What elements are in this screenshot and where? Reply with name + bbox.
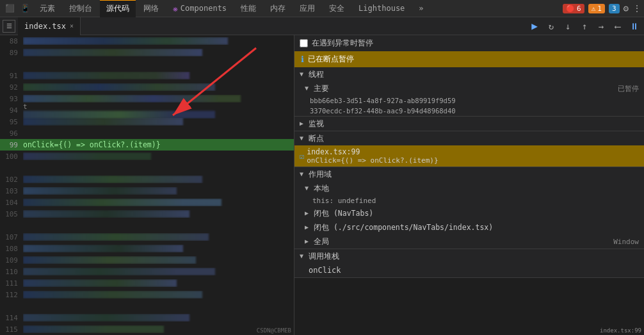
- resume-button[interactable]: ▶: [527, 19, 542, 33]
- tab-performance-label: 性能: [241, 3, 256, 14]
- tab-components[interactable]: ❋ Components: [166, 0, 233, 17]
- scope-triangle: [300, 170, 307, 178]
- file-tab-close-button[interactable]: ×: [70, 22, 74, 29]
- code-line-101: [0, 162, 294, 174]
- breakpoint-checkbox-icon: ☑: [300, 152, 304, 161]
- step-over-button[interactable]: ↻: [544, 19, 558, 33]
- scope-label: 作用域: [309, 170, 332, 179]
- tab-elements-label: 元素: [40, 3, 55, 14]
- code-line-104: 104: [0, 197, 294, 208]
- threads-triangle: [300, 70, 307, 78]
- step-button[interactable]: →: [594, 19, 608, 33]
- code-line-106: [0, 220, 294, 231]
- code-line-113: [0, 300, 294, 312]
- local-scope-row[interactable]: 本地: [294, 181, 644, 195]
- deactivate-breakpoints-button[interactable]: ⟵: [611, 19, 625, 33]
- more-options-icon[interactable]: ⋮: [632, 3, 641, 13]
- paused-banner: ℹ 已在断点暂停: [294, 51, 644, 67]
- error-count: 6: [577, 4, 581, 13]
- watch-triangle: [300, 120, 307, 127]
- pause-on-exception-label: 在遇到异常时暂停: [312, 38, 373, 49]
- topbar-right: 🔴 6 ⚠ 1 3 ⚙ ⋮: [563, 3, 641, 13]
- global-triangle: [305, 238, 312, 245]
- closure1-row[interactable]: 闭包 (NavTabs): [294, 206, 644, 220]
- code-line-95: 95: [0, 116, 294, 127]
- breakpoints-triangle: [300, 135, 307, 142]
- code-line-90: [0, 58, 294, 70]
- breakpoints-section: 断点 ☑ index.tsx:99 onClick={() => onClick…: [294, 131, 644, 167]
- breakpoint-file-label: index.tsx:99: [307, 147, 438, 156]
- sidebar-toggle-button[interactable]: ☰: [3, 20, 15, 33]
- tab-lighthouse-label: Lighthouse: [358, 4, 405, 13]
- callstack-triangle: [300, 252, 307, 260]
- code-line-112: 112: [0, 289, 294, 300]
- pause-button[interactable]: ⏸: [627, 19, 641, 33]
- tab-network-label: 网络: [143, 3, 159, 14]
- info-icon: ℹ: [301, 54, 304, 64]
- main-area: 88 89 91: [0, 35, 644, 335]
- warning-icon: ⚠: [592, 4, 596, 13]
- settings-icon[interactable]: ⚙: [624, 3, 629, 13]
- tab-lighthouse[interactable]: Lighthouse: [352, 0, 411, 17]
- code-line-114: 114: [0, 312, 294, 323]
- error-icon: 🔴: [566, 4, 575, 13]
- thread2-id: 3370ecdc-bf32-448b-aac9-b94d48968d40: [294, 106, 644, 116]
- callstack-header[interactable]: 调用堆栈: [294, 249, 644, 263]
- step-into-button[interactable]: ↓: [561, 19, 575, 33]
- this-value: this: undefined: [294, 195, 644, 206]
- tab-more[interactable]: »: [412, 0, 430, 17]
- tab-sources[interactable]: 源代码: [100, 0, 136, 17]
- breakpoint-item[interactable]: ☑ index.tsx:99 onClick={() => onClick?.(…: [294, 145, 644, 167]
- tab-memory[interactable]: 内存: [264, 0, 292, 17]
- device-toggle-icon[interactable]: 📱: [18, 1, 32, 15]
- callstack-item-label: onClick: [309, 266, 341, 275]
- threads-header[interactable]: 线程: [294, 67, 644, 81]
- info-count: 3: [612, 4, 616, 13]
- sidebar-toggle-icon[interactable]: ⬛: [3, 1, 17, 15]
- pause-on-exception-row[interactable]: 在遇到异常时暂停: [294, 35, 644, 51]
- file-tabbar: ☰ index.tsx × ▶ ↻ ↓ ↑ → ⟵ ⏸: [0, 17, 644, 35]
- tab-elements[interactable]: 元素: [33, 0, 61, 17]
- local-label: 本地: [314, 184, 329, 193]
- top-tabbar: ⬛ 📱 元素 控制台 源代码 网络 ❋ Components 性能 内存 应用 …: [0, 0, 644, 17]
- tab-memory-label: 内存: [270, 3, 286, 14]
- watch-header[interactable]: 监视: [294, 117, 644, 131]
- tab-console[interactable]: 控制台: [63, 0, 99, 17]
- callstack-section: 调用堆栈 onClick: [294, 249, 644, 278]
- warning-badge[interactable]: ⚠ 1: [588, 4, 605, 13]
- code-line-100: 100: [0, 151, 294, 162]
- debug-toolbar: ▶ ↻ ↓ ↑ → ⟵ ⏸: [527, 19, 641, 33]
- code-line-102: 102: [0, 174, 294, 185]
- file-tab-index[interactable]: index.tsx ×: [18, 17, 81, 35]
- step-out-button[interactable]: ↑: [577, 19, 592, 33]
- watch-section: 监视: [294, 117, 644, 131]
- code-lines: 88 89 91: [0, 35, 294, 335]
- info-badge[interactable]: 3: [609, 4, 620, 13]
- tab-security-label: 安全: [329, 3, 344, 14]
- code-line-91: 91: [0, 70, 294, 81]
- tab-application-label: 应用: [300, 3, 315, 14]
- tab-network[interactable]: 网络: [137, 0, 165, 17]
- tab-performance[interactable]: 性能: [234, 0, 262, 17]
- global-scope-row[interactable]: 全局 Window: [294, 234, 644, 249]
- file-tab-name: index.tsx: [24, 22, 66, 31]
- debug-panel-wrap: 在遇到异常时暂停 ℹ 已在断点暂停 线程 主要 已暂停 bbb66eb3-3d5…: [294, 35, 644, 335]
- main-thread-row[interactable]: 主要 已暂停: [294, 81, 644, 95]
- code-line-96: 96: [0, 127, 294, 139]
- local-triangle: [305, 184, 312, 192]
- debug-panel: 在遇到异常时暂停 ℹ 已在断点暂停 线程 主要 已暂停 bbb66eb3-3d5…: [294, 35, 644, 278]
- code-line-110: 110: [0, 266, 294, 277]
- breakpoints-header[interactable]: 断点: [294, 131, 644, 145]
- threads-label: 线程: [309, 70, 324, 79]
- main-thread-triangle: [305, 85, 312, 92]
- tab-application[interactable]: 应用: [293, 0, 321, 17]
- closure2-row[interactable]: 闭包 (./src/components/NavTabs/index.tsx): [294, 220, 644, 234]
- paused-label: 已暂停: [618, 84, 639, 94]
- tab-security[interactable]: 安全: [323, 0, 351, 17]
- error-badge[interactable]: 🔴 6: [563, 4, 584, 13]
- callstack-onclick-row[interactable]: onClick: [294, 263, 644, 277]
- code-line-103: 103: [0, 185, 294, 197]
- code-line-89: 89: [0, 47, 294, 58]
- scope-header[interactable]: 作用域: [294, 167, 644, 181]
- pause-on-exception-checkbox[interactable]: [300, 39, 308, 47]
